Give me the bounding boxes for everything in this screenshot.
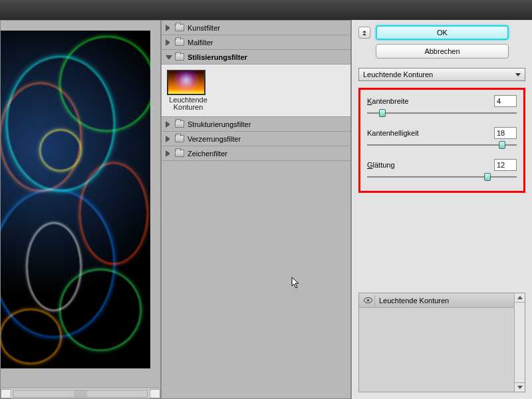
tree-label: Kunstfilter — [188, 24, 220, 32]
scroll-thumb[interactable] — [13, 390, 148, 398]
disclosure-triangle-icon[interactable] — [166, 39, 172, 46]
filter-tree: Kunstfilter Malfilter Stilisierungsfilte… — [162, 21, 350, 161]
slider-track — [367, 144, 517, 146]
tree-label: Stilisierungsfilter — [188, 53, 247, 61]
disclosure-triangle-icon[interactable] — [166, 25, 172, 31]
parameter-group-highlight: Kantenbreite Kantenhelligkeit — [358, 88, 525, 193]
filter-select-dropdown[interactable]: Leuchtende Konturen — [358, 68, 525, 81]
preview-h-scrollbar[interactable] — [1, 388, 160, 398]
folder-icon — [175, 135, 184, 142]
folder-icon — [175, 24, 184, 31]
param-slider[interactable] — [367, 174, 517, 182]
disclosure-triangle-icon[interactable] — [166, 136, 172, 142]
tree-label: Verzerrungsfilter — [188, 135, 241, 143]
tree-item-strukturierungsfilter[interactable]: Strukturierungsfilter — [162, 117, 350, 132]
param-label: Kantenhelligkeit — [367, 129, 419, 137]
effect-layer-label: Leuchtende Konturen — [379, 297, 449, 305]
tree-item-zeichenfilter[interactable]: Zeichenfilter — [162, 146, 350, 161]
thumbnail-image — [167, 70, 205, 95]
collapse-tree-button[interactable] — [358, 27, 370, 39]
tree-label: Malfilter — [188, 39, 213, 47]
disclosure-triangle-icon[interactable] — [166, 121, 172, 128]
scroll-left-button[interactable] — [1, 389, 11, 398]
param-slider[interactable] — [367, 110, 517, 118]
layers-v-scrollbar[interactable] — [514, 293, 525, 392]
slider-handle[interactable] — [484, 173, 491, 181]
chevron-up-icon — [517, 296, 523, 299]
chevron-up-icon — [362, 33, 366, 35]
ok-button[interactable]: OK — [376, 25, 509, 40]
preview-viewport[interactable] — [1, 21, 160, 388]
chevron-up-icon — [362, 31, 366, 33]
tree-label: Strukturierungsfilter — [188, 120, 251, 128]
tree-empty-area — [162, 161, 350, 398]
scroll-up-button[interactable] — [515, 293, 525, 303]
param-label: Kantenbreite — [367, 97, 408, 105]
folder-icon — [175, 150, 184, 157]
scroll-down-button[interactable] — [515, 382, 525, 392]
dropdown-value: Leuchtende Konturen — [363, 70, 433, 78]
svg-point-1 — [367, 299, 369, 301]
disclosure-triangle-icon[interactable] — [166, 150, 172, 157]
settings-panel: OK Abbrechen Leuchtende Konturen Kantenb… — [351, 20, 532, 399]
filter-thumbnails: LeuchtendeKonturen — [162, 65, 350, 117]
param-label: Glättung — [367, 161, 395, 169]
tree-item-malfilter[interactable]: Malfilter — [162, 35, 350, 50]
slider-handle[interactable] — [499, 141, 505, 149]
effect-layer-row[interactable]: Leuchtende Konturen — [359, 293, 525, 308]
param-value-input[interactable] — [494, 95, 517, 107]
eye-icon — [364, 297, 372, 303]
visibility-toggle[interactable] — [362, 295, 375, 306]
slider-handle[interactable] — [379, 109, 386, 117]
window-titlebar — [0, 0, 532, 20]
disclosure-triangle-icon[interactable] — [166, 55, 172, 62]
chevron-down-icon — [515, 73, 521, 76]
param-slider[interactable] — [367, 142, 517, 150]
effect-layers-panel: Leuchtende Konturen — [358, 293, 525, 392]
slider-track — [367, 176, 517, 178]
folder-icon — [175, 120, 184, 128]
tree-label: Zeichenfilter — [188, 150, 227, 158]
cancel-button[interactable]: Abbrechen — [376, 44, 509, 59]
folder-icon — [175, 53, 184, 61]
param-kantenbreite: Kantenbreite — [367, 95, 517, 118]
filter-tree-panel: Kunstfilter Malfilter Stilisierungsfilte… — [161, 20, 351, 399]
preview-panel — [0, 20, 161, 399]
chevron-down-icon — [517, 386, 523, 389]
tree-item-stilisierungsfilter[interactable]: Stilisierungsfilter — [162, 50, 350, 65]
scroll-right-button[interactable] — [150, 389, 160, 398]
tree-item-kunstfilter[interactable]: Kunstfilter — [162, 21, 350, 35]
slider-track — [367, 112, 517, 114]
folder-icon — [175, 39, 184, 46]
thumbnail-caption: LeuchtendeKonturen — [167, 96, 209, 111]
preview-image — [1, 31, 150, 368]
param-kantenhelligkeit: Kantenhelligkeit — [367, 127, 517, 150]
param-value-input[interactable] — [494, 159, 517, 171]
tree-item-verzerrungsfilter[interactable]: Verzerrungsfilter — [162, 132, 350, 146]
filter-gallery-dialog: Kunstfilter Malfilter Stilisierungsfilte… — [0, 20, 532, 399]
param-value-input[interactable] — [494, 127, 517, 139]
effect-layers-empty — [359, 308, 525, 392]
param-glaettung: Glättung — [367, 159, 517, 182]
filter-thumb-leuchtende-konturen[interactable]: LeuchtendeKonturen — [167, 70, 209, 111]
